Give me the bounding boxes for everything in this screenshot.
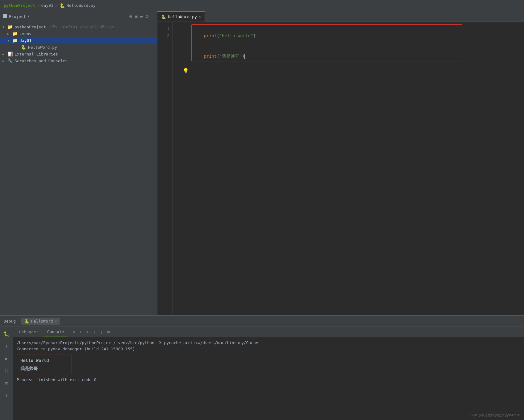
title-bar: pythonProject > day01 > 🐍 HelloWord.py — [0, 0, 524, 11]
breadcrumb-project[interactable]: pythonProject — [4, 3, 35, 8]
console-finished-line: Process finished with exit code 0 — [17, 377, 520, 383]
toolbar-menu-icon[interactable]: ≡ — [71, 329, 76, 335]
main-layout: Project ▼ ⊕ ≡ ⇌ ⚙ — ▼ 📁 pythonProject ~/… — [0, 11, 524, 315]
string-1: "Hello World" — [219, 33, 253, 38]
debug-play-icon[interactable]: ▶ — [2, 354, 11, 363]
console-output[interactable]: /Users/mac/PycharmProjects/pythonProject… — [13, 337, 524, 420]
tree-item-helloword[interactable]: 🐍 HelloWord.py — [0, 44, 157, 51]
toolbar-up-icon[interactable]: ⬆ — [78, 329, 83, 335]
debug-bug-icon[interactable]: 🐛 — [2, 329, 11, 338]
python-file-icon: 🐍 — [21, 45, 26, 50]
sidebar-title: Project — [9, 14, 26, 19]
arrow-collapsed: ▶ — [7, 32, 12, 35]
scratch-icon: 🔧 — [7, 58, 13, 63]
debug-session-tab[interactable]: 🐍 HelloWord ✕ — [21, 318, 60, 325]
debug-body: 🐛 ↑ ▶ ⏸ ≡ ⊥ Debugger Console ≡ ⬆ ⬇ ↑ ↕ ⊞ — [0, 327, 524, 420]
line-num-1: 1 — [157, 26, 169, 32]
console-path-line: /Users/mac/PycharmProjects/pythonProject… — [17, 340, 520, 346]
helloword-label: HelloWord.py — [28, 45, 57, 50]
editor-tab-helloword[interactable]: 🐍 HelloWord.py ✕ — [157, 11, 205, 22]
keyword-print-2: print — [204, 54, 217, 59]
string-2: "我是帅哥" — [219, 54, 242, 59]
tree-item-venv[interactable]: ▶ 📁 .venv — [0, 30, 157, 37]
debug-tabs-bar: Debugger Console ≡ ⬆ ⬇ ↑ ↕ ⊞ — [13, 327, 524, 337]
tree-item-day01[interactable]: ▼ 📁 day01 — [0, 37, 157, 44]
code-content[interactable]: print("Hello World") print("我是帅哥") 💡 — [173, 22, 524, 315]
toolbar-down-icon[interactable]: ⬇ — [85, 329, 90, 335]
arrow-ext-collapsed: ▶ — [2, 52, 7, 56]
breadcrumb-folder[interactable]: day01 — [41, 3, 53, 8]
day01-label: day01 — [19, 38, 31, 43]
toolbar-lines-icon[interactable]: ↕ — [99, 329, 104, 335]
code-editor[interactable]: 1 2 print("Hello World") print("我是帅哥") 💡 — [157, 22, 524, 315]
ext-lib-icon: 📊 — [7, 51, 13, 56]
console-output-box: Hello World 我是帅哥 — [17, 355, 520, 374]
sidebar: Project ▼ ⊕ ≡ ⇌ ⚙ — ▼ 📁 pythonProject ~/… — [0, 11, 157, 315]
settings-icon[interactable]: ⚙ — [146, 14, 149, 19]
tree-root-project[interactable]: ▼ 📁 pythonProject ~/PycharmProjects/pyth… — [0, 23, 157, 30]
tree-item-scratches[interactable]: ▶ 🔧 Scratches and Consoles — [0, 57, 157, 64]
console-output-hello: Hello World — [20, 356, 69, 364]
arrow-expanded: ▼ — [2, 25, 7, 29]
paren-open-1: ( — [217, 33, 219, 38]
cursor — [244, 54, 245, 59]
scratches-label: Scratches and Consoles — [15, 59, 68, 63]
close-sidebar-icon[interactable]: — — [151, 14, 154, 19]
debug-session-close[interactable]: ✕ — [55, 319, 57, 323]
breadcrumb-file[interactable]: HelloWord.py — [67, 3, 96, 8]
debug-main: Debugger Console ≡ ⬆ ⬇ ↑ ↕ ⊞ /Users/mac/… — [13, 327, 524, 420]
debug-session-label: HelloWord — [31, 319, 53, 323]
debug-up-icon[interactable]: ↑ — [2, 342, 11, 350]
debug-list-icon[interactable]: ≡ — [2, 379, 11, 387]
venv-folder-icon: 📁 — [12, 31, 18, 36]
debug-session-py-icon: 🐍 — [24, 319, 29, 323]
line-num-2: 2 — [157, 32, 169, 39]
arrow-file-spacer — [16, 46, 21, 49]
tab-close-btn[interactable]: ✕ — [199, 15, 201, 19]
debug-label: Debug: — [4, 319, 18, 323]
lightbulb-icon[interactable]: 💡 — [183, 68, 519, 74]
sidebar-tree: ▼ 📁 pythonProject ~/PycharmProjects/pyth… — [0, 22, 157, 315]
arrow-day01-expanded: ▼ — [7, 39, 12, 42]
debug-tab-debugger[interactable]: Debugger — [15, 328, 42, 336]
project-path: ~/PycharmProjects/pythonProject — [48, 25, 118, 29]
toolbar-grid-icon[interactable]: ⊞ — [106, 329, 111, 335]
dropdown-arrow[interactable]: ▼ — [28, 14, 30, 19]
debug-bottom-icon[interactable]: ⊥ — [2, 391, 11, 400]
watermark: CSDN @不打代码的程序员950720 — [469, 413, 520, 418]
arrow-scratches-collapsed: ▶ — [2, 59, 7, 63]
sidebar-header: Project ▼ ⊕ ≡ ⇌ ⚙ — — [0, 11, 157, 22]
toolbar-up2-icon[interactable]: ↑ — [92, 329, 97, 335]
folder-icon: 📁 — [7, 24, 13, 29]
day01-folder-icon: 📁 — [12, 38, 18, 43]
target-icon[interactable]: ⊕ — [129, 14, 132, 19]
console-output-chinese: 我是帅哥 — [20, 364, 69, 373]
sidebar-header-left: Project ▼ — [3, 14, 30, 19]
tab-file-icon: 🐍 — [161, 14, 166, 19]
debug-toolbar: ≡ ⬆ ⬇ ↑ ↕ ⊞ — [71, 329, 111, 335]
debug-header: Debug: 🐍 HelloWord ✕ — [0, 316, 524, 327]
editor-area: 🐍 HelloWord.py ✕ 1 2 print("Hello World"… — [157, 11, 524, 315]
tree-item-ext-libs[interactable]: ▶ 📊 External Libraries — [0, 51, 157, 57]
collapse-all-icon[interactable]: ≡ — [135, 14, 138, 19]
debug-panel: Debug: 🐍 HelloWord ✕ 🐛 ↑ ▶ ⏸ ≡ ⊥ Debugge… — [0, 315, 524, 420]
code-line-2: print("我是帅哥") — [178, 46, 519, 66]
debug-step-icon[interactable]: ⏸ — [2, 366, 11, 375]
line-numbers: 1 2 — [157, 22, 173, 315]
venv-label: .venv — [19, 31, 31, 36]
debug-sidebar: 🐛 ↑ ▶ ⏸ ≡ ⊥ — [0, 327, 13, 420]
breadcrumb-sep1: > — [37, 3, 40, 8]
breadcrumb-sep2: > — [55, 3, 58, 8]
sidebar-toolbar: ⊕ ≡ ⇌ ⚙ — — [129, 14, 154, 19]
tab-bar: 🐍 HelloWord.py ✕ — [157, 11, 524, 22]
square-icon — [3, 14, 7, 19]
paren-open-2: ( — [217, 54, 219, 59]
keyword-print-1: print — [204, 33, 217, 38]
expand-icon[interactable]: ⇌ — [140, 14, 143, 19]
paren-close-1: ) — [253, 33, 256, 38]
paren-close-2: ) — [242, 54, 244, 59]
debug-tab-console[interactable]: Console — [44, 327, 68, 336]
console-highlight-output: Hello World 我是帅哥 — [17, 355, 72, 374]
ext-libs-label: External Libraries — [15, 52, 58, 56]
file-icon: 🐍 — [60, 3, 65, 8]
